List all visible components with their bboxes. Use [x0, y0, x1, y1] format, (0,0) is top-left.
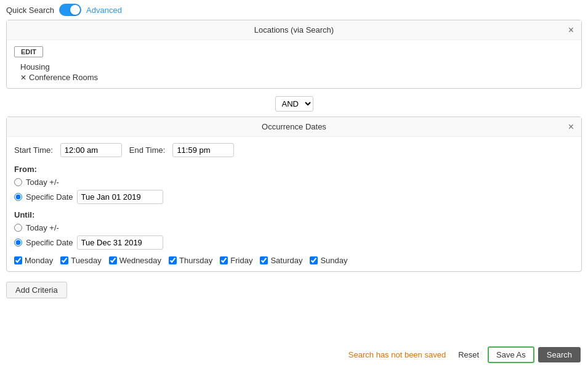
advanced-label[interactable]: Advanced [86, 6, 122, 15]
day-wednesday[interactable]: Wednesday [109, 256, 161, 265]
monday-checkbox[interactable] [14, 256, 22, 264]
days-row: Monday Tuesday Wednesday Thursday Friday [14, 256, 574, 265]
today-plus-minus-until-radio[interactable] [14, 224, 22, 232]
until-label: Until: [14, 210, 574, 219]
and-row: AND OR [6, 96, 582, 112]
saturday-checkbox[interactable] [260, 256, 268, 264]
top-bar: Quick Search Advanced [0, 0, 588, 20]
day-saturday[interactable]: Saturday [260, 256, 302, 265]
occurrence-panel-close[interactable]: × [566, 122, 576, 132]
monday-label: Monday [25, 256, 53, 265]
specific-date-until-radio[interactable] [14, 239, 22, 247]
today-plus-minus-until-row: Today +/- [14, 223, 574, 232]
location-text: Conference Rooms [29, 73, 98, 82]
tuesday-label: Tuesday [71, 256, 101, 265]
until-section: Until: Today +/- Specific Date [14, 210, 574, 250]
save-as-button[interactable]: Save As [488, 346, 534, 363]
occurrence-panel-title: Occurrence Dates [262, 122, 326, 131]
end-time-label: End Time: [129, 145, 166, 155]
thursday-checkbox[interactable] [169, 256, 177, 264]
edit-button[interactable]: EDIT [14, 46, 43, 57]
today-plus-minus-until-text: Today +/- [26, 223, 59, 232]
occurrence-panel-body: Start Time: End Time: From: Today +/- Sp… [7, 137, 581, 271]
friday-checkbox[interactable] [220, 256, 228, 264]
wednesday-label: Wednesday [119, 256, 161, 265]
main-content: Locations (via Search) × EDIT Housing ✕ … [0, 20, 588, 298]
occurrence-panel-header: Occurrence Dates × [7, 117, 581, 137]
specific-date-until-row: Specific Date [14, 235, 574, 250]
start-time-label: Start Time: [14, 145, 53, 155]
time-row: Start Time: End Time: [14, 143, 574, 157]
locations-panel-title: Locations (via Search) [254, 25, 334, 35]
thursday-label: Thursday [179, 256, 212, 265]
until-date-input[interactable] [77, 235, 163, 250]
occurrence-panel: Occurrence Dates × Start Time: End Time:… [6, 117, 582, 272]
list-item: ✕ Conference Rooms [20, 73, 574, 82]
start-time-input[interactable] [60, 143, 122, 157]
search-button[interactable]: Search [538, 347, 581, 362]
from-date-input[interactable] [77, 190, 163, 204]
bottom-bar: Search has not been saved Reset Save As … [0, 341, 588, 368]
locations-panel-header: Locations (via Search) × [7, 20, 581, 40]
add-criteria-button[interactable]: Add Criteria [6, 282, 67, 298]
list-item: Housing [20, 62, 574, 72]
specific-date-from-label: Specific Date [26, 192, 73, 202]
locations-panel-body: EDIT Housing ✕ Conference Rooms [7, 40, 581, 88]
and-select[interactable]: AND OR [275, 96, 313, 112]
sunday-label: Sunday [320, 256, 347, 265]
locations-panel-close[interactable]: × [566, 25, 576, 35]
wednesday-checkbox[interactable] [109, 256, 117, 264]
specific-date-from-radio[interactable] [14, 193, 22, 201]
specific-date-until-label: Specific Date [26, 238, 73, 247]
tuesday-checkbox[interactable] [60, 256, 68, 264]
end-time-input[interactable] [172, 143, 234, 157]
day-tuesday[interactable]: Tuesday [60, 256, 101, 265]
friday-label: Friday [230, 256, 252, 265]
day-friday[interactable]: Friday [220, 256, 252, 265]
location-list: Housing ✕ Conference Rooms [14, 62, 574, 82]
from-section: From: Today +/- Specific Date [14, 165, 574, 204]
specific-date-from-row: Specific Date [14, 190, 574, 204]
day-thursday[interactable]: Thursday [169, 256, 212, 265]
locations-panel: Locations (via Search) × EDIT Housing ✕ … [6, 20, 582, 89]
today-plus-minus-from-text: Today +/- [26, 178, 59, 187]
not-saved-text: Search has not been saved [348, 350, 446, 359]
from-label: From: [14, 165, 574, 174]
quick-search-toggle[interactable] [59, 4, 81, 16]
today-plus-minus-from-radio[interactable] [14, 178, 22, 186]
saturday-label: Saturday [270, 256, 302, 265]
today-plus-minus-from-row: Today +/- [14, 178, 574, 187]
reset-button[interactable]: Reset [453, 347, 484, 362]
quick-search-label: Quick Search [6, 6, 54, 15]
day-sunday[interactable]: Sunday [310, 256, 347, 265]
day-monday[interactable]: Monday [14, 256, 53, 265]
sunday-checkbox[interactable] [310, 256, 318, 264]
location-text: Housing [20, 62, 50, 72]
remove-icon[interactable]: ✕ [20, 73, 26, 82]
